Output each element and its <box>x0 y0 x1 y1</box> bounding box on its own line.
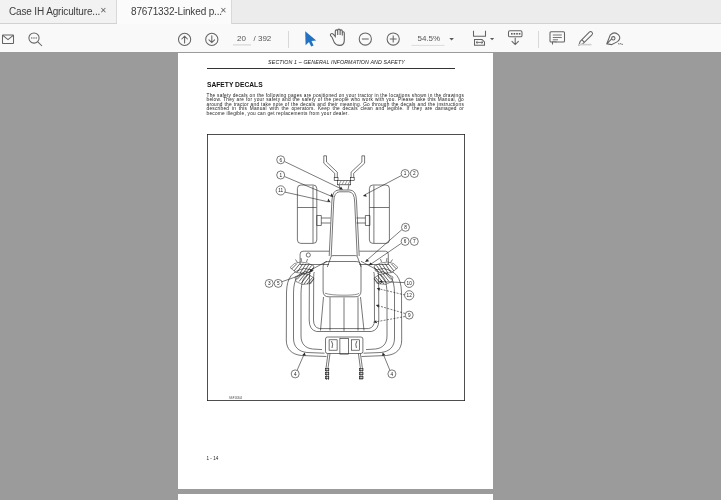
svg-text:8: 8 <box>404 225 407 230</box>
svg-text:11: 11 <box>278 188 283 193</box>
svg-text:4: 4 <box>293 372 296 377</box>
svg-text:4: 4 <box>390 372 393 377</box>
svg-text:3: 3 <box>267 281 270 286</box>
svg-text:5: 5 <box>276 281 279 286</box>
svg-text:12: 12 <box>406 293 412 298</box>
svg-text:6: 6 <box>279 158 282 163</box>
svg-text:6: 6 <box>403 239 406 244</box>
svg-text:1: 1 <box>279 173 282 178</box>
svg-text:7: 7 <box>412 239 415 244</box>
svg-text:9: 9 <box>407 313 410 318</box>
svg-text:1: 1 <box>403 171 406 176</box>
svg-text:2: 2 <box>412 171 415 176</box>
svg-text:10: 10 <box>406 281 412 286</box>
